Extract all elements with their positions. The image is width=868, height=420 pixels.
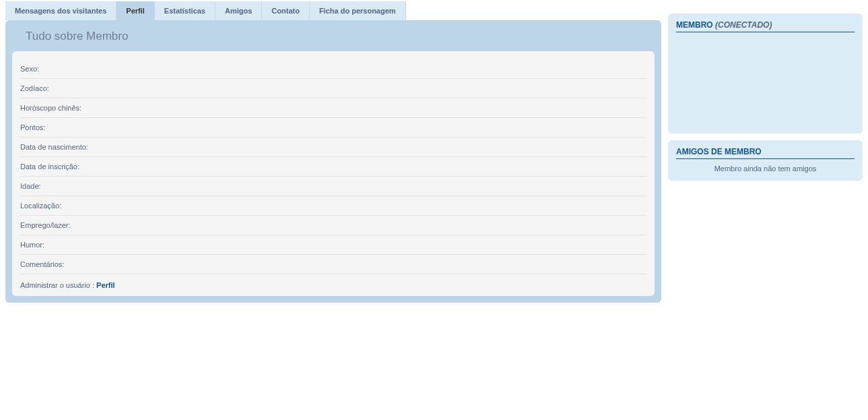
member-title: MEMBRO — [676, 20, 715, 30]
field-age: Idade: — [20, 177, 646, 196]
field-label: Pontos: — [20, 123, 45, 131]
friends-box-body: Membro ainda não tem amigos — [676, 164, 855, 173]
panel-title: Tudo sobre Membro — [12, 30, 655, 51]
admin-user-row: Administrar o usuário : Perfil — [20, 274, 646, 289]
friends-box: AMIGOS DE MEMBRO Membro ainda não tem am… — [668, 140, 863, 181]
admin-user-text: Administrar o usuário : — [20, 281, 96, 289]
profile-tabs: Mensagens dos visitantes Perfil Estatíst… — [5, 1, 661, 20]
field-humor: Humor: — [20, 235, 646, 255]
field-zodiac: Zodíaco: — [20, 79, 646, 98]
field-label: Humor: — [20, 241, 44, 249]
tab-contact[interactable]: Contato — [262, 1, 310, 20]
tab-visitor-messages[interactable]: Mensagens dos visitantes — [5, 1, 116, 20]
friends-box-header: AMIGOS DE MEMBRO — [676, 147, 855, 159]
member-status-box: MEMBRO (CONECTADO) — [668, 13, 863, 133]
field-sex: Sexo: — [20, 59, 646, 79]
field-label: Localização: — [20, 202, 61, 210]
field-label: Zodíaco: — [20, 84, 49, 92]
field-comments: Comentários: — [20, 255, 646, 274]
field-label: Horóscopo chinês: — [20, 104, 81, 112]
tab-profile[interactable]: Perfil — [116, 1, 155, 20]
field-chinese-horoscope: Horóscopo chinês: — [20, 98, 646, 118]
admin-profile-link[interactable]: Perfil — [96, 281, 115, 289]
field-birthdate: Data de nascimento: — [20, 138, 646, 157]
field-label: Emprego/lazer: — [20, 221, 71, 229]
field-label: Idade: — [20, 182, 41, 190]
field-job-hobby: Emprego/lazer: — [20, 216, 646, 235]
field-label: Comentários: — [20, 260, 64, 268]
field-registration-date: Data de inscrição: — [20, 157, 646, 177]
field-label: Data de inscrição: — [20, 162, 79, 171]
member-status-header: MEMBRO (CONECTADO) — [676, 20, 855, 32]
panel-body: Sexo: Zodíaco: Horóscopo chinês: Pontos:… — [12, 51, 655, 296]
field-label: Sexo: — [20, 65, 39, 73]
profile-panel: Tudo sobre Membro Sexo: Zodíaco: Horósco… — [5, 20, 661, 303]
field-label: Data de nascimento: — [20, 143, 88, 151]
tab-character-sheet[interactable]: Ficha do personagem — [310, 1, 406, 20]
field-points: Pontos: — [20, 118, 646, 138]
member-box-body — [676, 38, 855, 125]
field-location: Localização: — [20, 196, 646, 216]
tab-friends[interactable]: Amigos — [215, 1, 262, 20]
tab-statistics[interactable]: Estatísticas — [155, 1, 215, 20]
member-status: (CONECTADO) — [715, 20, 772, 30]
